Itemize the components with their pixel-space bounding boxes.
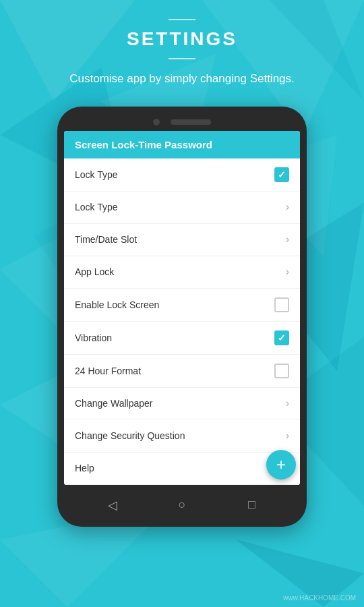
settings-label-change-wallpaper: Change Wallpaper xyxy=(75,398,152,409)
settings-item-app-lock[interactable]: App Lock › xyxy=(64,256,300,289)
home-button[interactable]: ○ xyxy=(170,496,194,515)
watermark-text: www.HACKHOME.COM xyxy=(283,594,356,602)
page-header: SETTINGS Customise app by simply changin… xyxy=(0,0,364,94)
fab-icon: + xyxy=(276,455,286,474)
checkbox-lock-type-1[interactable] xyxy=(274,167,289,182)
settings-item-enable-lock-screen[interactable]: Enable Lock Screen xyxy=(64,289,300,322)
chevron-icon-change-security-question: › xyxy=(286,430,289,442)
watermark: www.HACKHOME.COM xyxy=(0,594,364,602)
checkbox-24-hour-format[interactable] xyxy=(274,364,289,378)
settings-item-lock-type-1[interactable]: Lock Type xyxy=(64,158,300,192)
header-divider-bottom xyxy=(169,58,195,59)
checkbox-vibration[interactable] xyxy=(274,330,289,345)
phone-mockup: Screen Lock-Time Password Lock Type Lock… xyxy=(57,107,307,527)
phone-screen: Screen Lock-Time Password Lock Type Lock… xyxy=(64,131,300,485)
phone-speaker xyxy=(171,119,211,125)
settings-label-app-lock: App Lock xyxy=(75,266,114,277)
settings-item-24-hour-format[interactable]: 24 Hour Format xyxy=(64,355,300,388)
settings-list: Lock Type Lock Type › Time/Date Slot › A… xyxy=(64,158,300,485)
settings-label-help: Help xyxy=(75,463,94,473)
chevron-icon-app-lock: › xyxy=(286,266,289,278)
app-header-title: Screen Lock-Time Password xyxy=(75,139,212,150)
header-divider-top xyxy=(169,19,195,20)
back-icon: ◁ xyxy=(108,498,117,513)
checkbox-enable-lock-screen[interactable] xyxy=(274,297,289,312)
page-title: SETTINGS xyxy=(27,28,337,50)
phone-top-bar xyxy=(64,119,300,125)
settings-item-change-security-question[interactable]: Change Security Question › xyxy=(64,420,300,453)
settings-label-change-security-question: Change Security Question xyxy=(75,430,185,441)
settings-label-24-hour-format: 24 Hour Format xyxy=(75,366,141,376)
chevron-icon-lock-type-2: › xyxy=(286,201,289,213)
settings-item-help[interactable]: Help xyxy=(64,453,300,485)
chevron-icon-time-date-slot: › xyxy=(286,233,289,245)
settings-label-time-date-slot: Time/Date Slot xyxy=(75,234,137,245)
app-header: Screen Lock-Time Password xyxy=(64,131,300,158)
settings-label-enable-lock-screen: Enable Lock Screen xyxy=(75,299,159,310)
recents-button[interactable]: □ xyxy=(239,496,264,515)
settings-item-vibration[interactable]: Vibration xyxy=(64,322,300,355)
settings-item-lock-type-2[interactable]: Lock Type › xyxy=(64,192,300,224)
header-subtitle: Customise app by simply changing Setting… xyxy=(27,70,337,88)
fab-add-button[interactable]: + xyxy=(266,450,296,480)
back-button[interactable]: ◁ xyxy=(100,496,125,515)
settings-label-lock-type-1: Lock Type xyxy=(75,169,118,180)
settings-item-change-wallpaper[interactable]: Change Wallpaper › xyxy=(64,388,300,420)
recents-icon: □ xyxy=(248,498,255,512)
settings-label-lock-type-2: Lock Type xyxy=(75,202,118,212)
settings-label-vibration: Vibration xyxy=(75,333,112,343)
phone-camera xyxy=(153,119,160,125)
phone-bottom-nav: ◁ ○ □ xyxy=(64,489,300,517)
home-icon: ○ xyxy=(179,498,186,512)
chevron-icon-change-wallpaper: › xyxy=(286,397,289,409)
settings-item-time-date-slot[interactable]: Time/Date Slot › xyxy=(64,224,300,256)
